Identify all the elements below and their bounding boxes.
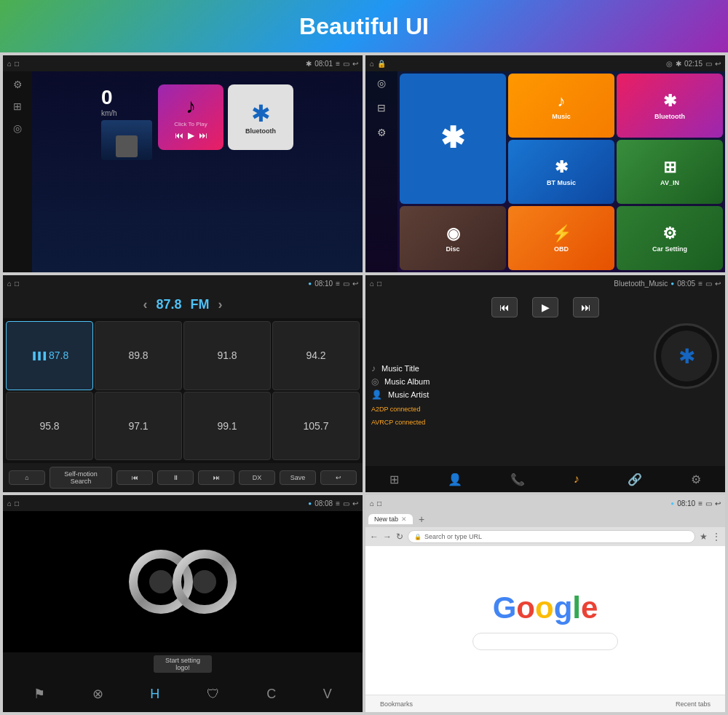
brand-icon-2[interactable]: ⊗	[92, 686, 103, 702]
prev-station-btn[interactable]: ⏮	[116, 470, 153, 485]
settings-icon-s2[interactable]: ⚙	[377, 127, 387, 138]
preset-87.8[interactable]: ▐▐▐87.8	[6, 321, 93, 390]
bt-icon-2: ✱	[676, 60, 681, 68]
play-icon[interactable]: ▶	[188, 130, 194, 141]
app-bt-music[interactable]: ✱ BT Music	[508, 140, 614, 204]
nav-link-icon[interactable]: 🔗	[628, 473, 642, 486]
bookmarks-label[interactable]: Bookmarks	[380, 700, 413, 708]
screen5-content: Start setting logo! ⚑ ⊗ H 🛡 C V	[3, 511, 363, 712]
time-4: 08:05	[677, 280, 695, 288]
brand-icon-5[interactable]: C	[266, 687, 276, 702]
bt-music-dot: ●	[670, 280, 674, 287]
window-icon-5: ▭	[343, 499, 349, 507]
bluetooth-label: Bluetooth	[245, 127, 276, 135]
map-icon-s1[interactable]: ◎	[13, 122, 22, 134]
close-tab-icon[interactable]: ✕	[401, 515, 407, 523]
preset-89.8[interactable]: 89.8	[95, 321, 182, 390]
brand-icon-3[interactable]: H	[150, 687, 159, 702]
refresh-browser-btn[interactable]: ↻	[396, 532, 403, 542]
more-options-icon[interactable]: ⋮	[712, 532, 721, 542]
preset-91.8[interactable]: 91.8	[183, 321, 271, 390]
car-setting-icon: ⚙	[662, 224, 677, 243]
screen-app-grid: ⌂ 🔒 ◎ ✱ 02:15 ▭ ↩ ◎ ⊟ ⚙ ✱	[365, 55, 725, 272]
music-artist-row: 👤 Music Artist	[371, 390, 646, 400]
url-text: Search or type URL	[424, 533, 482, 540]
app-bluetooth[interactable]: ✱ Bluetooth	[617, 74, 723, 138]
brand-selection-bar: ⚑ ⊗ H 🛡 C V	[3, 676, 363, 712]
screen1-content: ⚙ ⊞ ◎ 0 km/h ♪ Click T	[3, 71, 363, 272]
radio-dot: ●	[308, 280, 312, 287]
nav-phone-icon[interactable]: 📞	[510, 473, 525, 486]
preset-94.2[interactable]: 94.2	[272, 321, 360, 390]
app-car-setting[interactable]: ⚙ Car Setting	[617, 206, 723, 270]
app-disc[interactable]: ◉ Disc	[400, 206, 506, 270]
app-obd[interactable]: ⚡ OBD	[508, 206, 614, 270]
browser-tab[interactable]: New tab ✕	[368, 514, 413, 524]
time-1: 08:01	[314, 60, 333, 68]
nav-grid-icon[interactable]: ⊞	[389, 473, 399, 486]
menu-icon-4: ≡	[698, 280, 703, 288]
browser-main-content: Google	[365, 546, 725, 695]
nav-music-icon[interactable]: ♪	[574, 473, 579, 486]
brand-icon-6[interactable]: V	[323, 687, 332, 702]
next-icon[interactable]: ⏭	[199, 130, 207, 141]
brand-icon-1[interactable]: ⚑	[33, 686, 45, 702]
location-pin-icon[interactable]: ◎	[377, 77, 386, 89]
new-tab-icon[interactable]: +	[419, 513, 424, 525]
bt-prev-btn[interactable]: ⏮	[491, 297, 518, 317]
status-bar-4: ⌂ □ Bluetooth_Music ● 08:05 ≡ ▭ ↩	[365, 275, 725, 291]
screens-grid: ⌂ □ ✱ 08:01 ≡ ▭ ↩ ⚙ ⊞ ◎ 0 km/h	[0, 52, 728, 715]
album-art: ✱	[654, 323, 719, 389]
app-av-in[interactable]: ⊞ AV_IN	[617, 140, 723, 204]
music-cards: ♪ Click To Play ⏮ ▶ ⏭ ✱ Bluetooth	[158, 84, 293, 150]
app-bluetooth-big[interactable]: ✱	[400, 74, 506, 204]
radio-presets: ▐▐▐87.8 89.8 91.8 94.2 95.8 97.1 99.1 10…	[3, 318, 363, 463]
source-label: Bluetooth_Music	[614, 280, 668, 288]
bt-next-btn[interactable]: ⏭	[573, 297, 599, 317]
bt-play-btn[interactable]: ▶	[532, 297, 558, 317]
next-station-btn[interactable]: ⏭	[198, 470, 234, 485]
screen3-content: ‹ 87.8 FM › ▐▐▐87.8 89.8 91.8 94.2 95.8 …	[3, 291, 363, 492]
freq-down-icon[interactable]: ‹	[143, 297, 147, 312]
speed-unit: km/h	[101, 109, 152, 117]
save-btn[interactable]: Save	[280, 470, 316, 485]
home-btn-radio[interactable]: ⌂	[9, 470, 45, 485]
music-artist-icon: 👤	[371, 390, 382, 400]
music-card[interactable]: ♪ Click To Play ⏮ ▶ ⏭	[158, 84, 223, 150]
preset-105.7[interactable]: 105.7	[272, 392, 360, 461]
bookmark-star-icon[interactable]: ★	[700, 532, 708, 542]
app-music[interactable]: ♪ Music	[508, 74, 614, 138]
screen-radio: ⌂ □ ● 08:10 ≡ ▭ ↩ ‹ 87.8 FM › ▐▐▐87.8	[3, 275, 363, 492]
settings-icon-s1[interactable]: ⚙	[13, 79, 23, 90]
avrcp-status: AVRCP connected	[371, 419, 646, 426]
app-grid: ✱ ♪ Music ✱ Bluetooth ✱ BT Music ⊞ AV_IN	[397, 71, 725, 272]
grid-icon-s1[interactable]: ⊞	[13, 100, 22, 112]
bt-music-controls: ⏮ ▶ ⏭	[365, 291, 725, 323]
preset-99.1[interactable]: 99.1	[183, 392, 271, 461]
nav-user-icon[interactable]: 👤	[448, 473, 462, 486]
freq-up-icon[interactable]: ›	[218, 297, 223, 312]
prev-icon[interactable]: ⏮	[175, 130, 183, 141]
self-motion-search-btn[interactable]: Self-motion Search	[50, 467, 112, 489]
preset-97.1[interactable]: 97.1	[95, 392, 182, 461]
back-icon-4: ↩	[715, 280, 721, 288]
menu-icon-6: ≡	[698, 499, 703, 507]
brand-icon-4[interactable]: 🛡	[207, 687, 220, 702]
nav-settings-icon[interactable]: ⚙	[691, 473, 701, 486]
back-btn-radio[interactable]: ↩	[320, 470, 357, 485]
start-setting-logo-btn[interactable]: Start setting logo!	[154, 655, 212, 673]
sliders-icon[interactable]: ⊟	[377, 102, 386, 114]
pause-btn-radio[interactable]: ⏸	[157, 470, 194, 485]
recent-tabs-label[interactable]: Recent tabs	[676, 700, 711, 708]
url-bar[interactable]: 🔒 Search or type URL	[408, 530, 695, 543]
forward-browser-btn[interactable]: →	[383, 532, 392, 542]
bt-music-nav: ⊞ 👤 📞 ♪ 🔗 ⚙	[365, 466, 725, 492]
preset-95.8[interactable]: 95.8	[6, 392, 93, 461]
google-search-box[interactable]	[472, 633, 618, 650]
car-logo	[110, 545, 256, 618]
home-icon-6: ⌂	[370, 499, 374, 507]
back-browser-btn[interactable]: ←	[370, 532, 379, 542]
dx-btn[interactable]: DX	[239, 470, 275, 485]
bluetooth-card[interactable]: ✱ Bluetooth	[228, 84, 293, 150]
frequency-unit: FM	[191, 297, 210, 312]
